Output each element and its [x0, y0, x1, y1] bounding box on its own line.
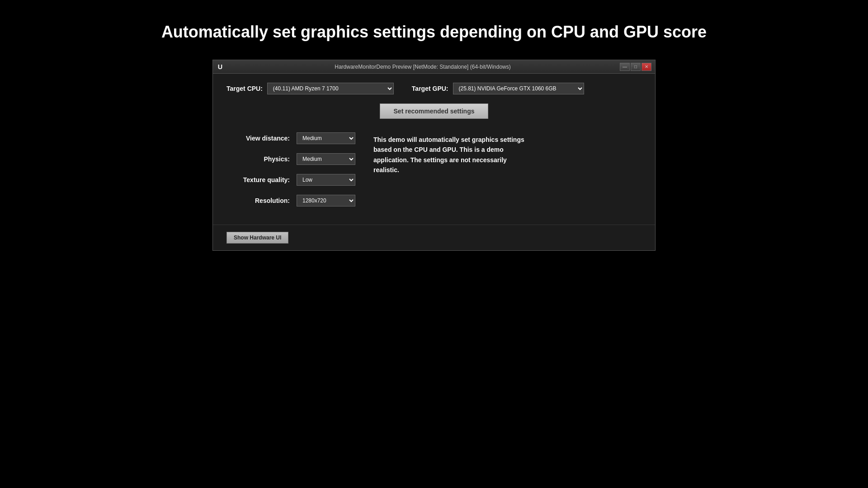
- texture-quality-dropdown[interactable]: LowMediumHighEpic: [297, 174, 355, 186]
- show-hardware-button[interactable]: Show Hardware UI: [226, 232, 288, 244]
- set-recommended-button[interactable]: Set recommended settings: [380, 103, 489, 119]
- resolution-row: Resolution: 1280x7201920x10802560x144038…: [226, 195, 355, 206]
- target-cpu-label: Target CPU:: [226, 85, 263, 92]
- svg-text:U: U: [218, 63, 222, 70]
- app-logo: U: [217, 62, 226, 71]
- view-distance-label: View distance:: [226, 135, 290, 142]
- minimize-button[interactable]: —: [620, 63, 630, 71]
- app-window: U HardwareMonitorDemo Preview [NetMode: …: [212, 60, 656, 251]
- settings-area: View distance: LowMediumHighEpic Physics…: [226, 132, 642, 216]
- ue-logo-icon: U: [217, 63, 225, 71]
- texture-quality-row: Texture quality: LowMediumHighEpic: [226, 174, 355, 186]
- texture-quality-label: Texture quality:: [226, 176, 290, 183]
- close-button[interactable]: ✕: [642, 63, 651, 71]
- target-gpu-dropdown[interactable]: (25.81) NVIDIA GeForce GTX 1060 6GB(40.0…: [453, 83, 584, 94]
- physics-dropdown[interactable]: LowMediumHighEpic: [297, 153, 355, 165]
- button-row: Set recommended settings: [226, 103, 642, 119]
- settings-info-area: This demo will automatically set graphic…: [373, 132, 642, 216]
- target-cpu-dropdown[interactable]: (40.11) AMD Ryzen 7 1700(30.00) Intel Co…: [267, 83, 394, 94]
- target-gpu-section: Target GPU: (25.81) NVIDIA GeForce GTX 1…: [412, 83, 584, 94]
- view-distance-row: View distance: LowMediumHighEpic: [226, 132, 355, 144]
- title-bar: U HardwareMonitorDemo Preview [NetMode: …: [213, 60, 655, 74]
- target-hardware-row: Target CPU: (40.11) AMD Ryzen 7 1700(30.…: [226, 83, 642, 94]
- bottom-bar: Show Hardware UI: [213, 225, 655, 250]
- view-distance-dropdown[interactable]: LowMediumHighEpic: [297, 132, 355, 144]
- page-title: Automatically set graphics settings depe…: [0, 23, 868, 42]
- maximize-button[interactable]: □: [631, 63, 641, 71]
- window-title: HardwareMonitorDemo Preview [NetMode: St…: [226, 64, 620, 70]
- physics-row: Physics: LowMediumHighEpic: [226, 153, 355, 165]
- window-content: Target CPU: (40.11) AMD Ryzen 7 1700(30.…: [213, 74, 655, 225]
- resolution-label: Resolution:: [226, 197, 290, 204]
- target-cpu-section: Target CPU: (40.11) AMD Ryzen 7 1700(30.…: [226, 83, 394, 94]
- settings-dropdowns: View distance: LowMediumHighEpic Physics…: [226, 132, 355, 216]
- info-text: This demo will automatically set graphic…: [373, 135, 527, 175]
- resolution-dropdown[interactable]: 1280x7201920x10802560x14403840x2160: [297, 195, 355, 206]
- target-gpu-label: Target GPU:: [412, 85, 448, 92]
- window-controls: — □ ✕: [620, 63, 651, 71]
- physics-label: Physics:: [226, 155, 290, 163]
